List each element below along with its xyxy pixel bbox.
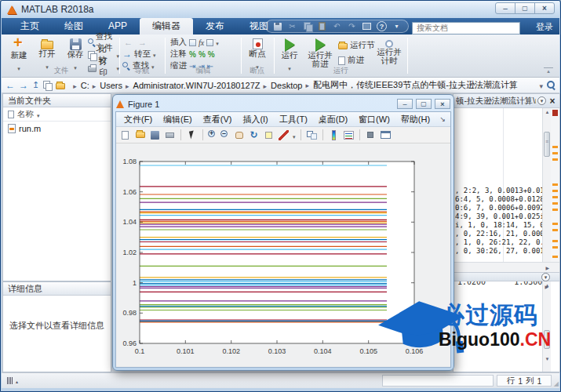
- menu-desktop[interactable]: 桌面(D): [313, 114, 353, 125]
- collapse-ribbon-icon[interactable]: ▴: [544, 67, 553, 74]
- tab-editor[interactable]: 编辑器: [140, 18, 193, 34]
- link-plot-icon[interactable]: [306, 129, 318, 141]
- forward-icon[interactable]: →: [19, 81, 28, 90]
- editor-menu-icon[interactable]: [537, 96, 546, 105]
- tab-plots[interactable]: 绘图: [52, 18, 96, 34]
- insert-block-icon[interactable]: [206, 39, 213, 46]
- uncomment-icon[interactable]: %: [199, 50, 206, 59]
- current-folder-header[interactable]: 当前文件夹: [3, 94, 111, 107]
- show-plot-tools-icon[interactable]: [380, 129, 392, 141]
- warning-mark-icon[interactable]: [552, 158, 558, 161]
- file-row-run-m[interactable]: run.m: [3, 122, 111, 133]
- run-section-button[interactable]: 运行节: [338, 41, 375, 50]
- doc-search-input[interactable]: [412, 22, 520, 34]
- editor-hscrollbar[interactable]: ▶: [454, 262, 559, 272]
- new-figure-icon[interactable]: [119, 129, 131, 141]
- insert-colorbar-icon[interactable]: [328, 129, 340, 141]
- back-forward-icons[interactable]: ← →: [124, 38, 148, 47]
- warning-mark-icon[interactable]: [552, 190, 558, 192]
- print-figure-icon[interactable]: [164, 129, 176, 141]
- warning-mark-icon[interactable]: [552, 152, 558, 154]
- brush-icon[interactable]: [278, 129, 290, 141]
- tab-home[interactable]: 主页: [8, 18, 52, 34]
- run-and-advance-button[interactable]: 运行并 前进: [305, 37, 335, 68]
- warning-mark-icon[interactable]: [552, 183, 558, 186]
- comment-icon[interactable]: %: [189, 50, 196, 59]
- brush-dropdown-icon[interactable]: [293, 128, 296, 142]
- warning-mark-icon[interactable]: [552, 229, 558, 231]
- folder-search-icon[interactable]: [547, 81, 556, 89]
- redo-icon[interactable]: [347, 21, 357, 31]
- save-icon[interactable]: [272, 21, 282, 31]
- editor-scrollbar[interactable]: ▲: [542, 108, 551, 262]
- warning-mark-icon[interactable]: [552, 256, 558, 258]
- zoom-out-icon[interactable]: [220, 130, 230, 140]
- warning-mark-icon[interactable]: [552, 223, 558, 225]
- breadcrumb-segment[interactable]: C:: [71, 81, 91, 90]
- warning-mark-icon[interactable]: [552, 146, 558, 148]
- wrap-comment-icon[interactable]: %: [208, 50, 215, 59]
- breadcrumb-segment[interactable]: Users: [91, 81, 124, 90]
- breadcrumb-segment[interactable]: Desktop: [262, 81, 304, 90]
- menu-window[interactable]: 窗口(W): [353, 114, 395, 125]
- panel-menu-icon[interactable]: [541, 273, 550, 281]
- resize-grip[interactable]: ◢: [554, 380, 559, 387]
- maximize-button[interactable]: [515, 2, 535, 14]
- menu-file[interactable]: 文件(F): [118, 114, 158, 125]
- menu-view[interactable]: 查看(V): [198, 114, 238, 125]
- figure-window[interactable]: Figure 1 文件(F) 编辑(E) 查看(V) 插入(I) 工具(T) 桌…: [112, 94, 454, 371]
- help-icon[interactable]: [377, 21, 387, 31]
- editor-code-area[interactable]: , 2:2, 3, 0.0013+0.0151i, 6:4, 5, 0.0008…: [454, 108, 559, 262]
- command-window[interactable]: 1.0200 1.0300 ▲ ▼ ▶: [454, 281, 559, 372]
- browse-folder-icon[interactable]: [43, 81, 52, 89]
- rotate-3d-icon[interactable]: [248, 129, 260, 141]
- up-one-level-icon[interactable]: ↥: [32, 80, 39, 90]
- status-activity-icon[interactable]: ▴: [7, 377, 18, 384]
- menu-help[interactable]: 帮助(H): [395, 114, 435, 125]
- address-dropdown-icon[interactable]: [539, 81, 543, 90]
- run-and-time-button[interactable]: 运行并 计时: [374, 37, 404, 65]
- warning-mark-icon[interactable]: [552, 202, 558, 205]
- advance-button[interactable]: 前进: [338, 56, 375, 65]
- goto-button[interactable]: 转至: [122, 49, 156, 59]
- editor-close-icon[interactable]: [548, 96, 557, 106]
- figure-close-button[interactable]: [435, 99, 450, 109]
- breadcrumb-segment[interactable]: 配电网中，传统IEEE39节点的牛顿-拉夫逊法潮流计算: [304, 79, 519, 91]
- menu-edit[interactable]: 编辑(E): [158, 114, 198, 125]
- switch-window-icon[interactable]: [362, 21, 372, 31]
- paste-icon[interactable]: [317, 21, 327, 31]
- insert-legend-icon[interactable]: [343, 129, 355, 141]
- warning-mark-icon[interactable]: [552, 240, 558, 242]
- dock-figure-icon[interactable]: [439, 115, 450, 123]
- warning-mark-icon[interactable]: [552, 209, 558, 211]
- warning-mark-icon[interactable]: [552, 246, 558, 249]
- pointer-icon[interactable]: [186, 129, 198, 141]
- editor-splitter[interactable]: [454, 272, 559, 281]
- back-icon[interactable]: ←: [5, 81, 15, 90]
- editor-tab-title[interactable]: 顿-拉夫逊法潮流计算\ru...: [456, 96, 536, 107]
- breadcrumb-segment[interactable]: Administrator.WIN7U-20180127Z: [124, 81, 262, 90]
- copy-icon[interactable]: [302, 21, 312, 31]
- comment-row[interactable]: 注释 % % %: [170, 49, 215, 59]
- name-column-header[interactable]: 名称: [3, 107, 111, 122]
- save-figure-icon[interactable]: [149, 129, 161, 141]
- minimize-button[interactable]: [495, 2, 515, 14]
- undo-icon[interactable]: [332, 21, 342, 31]
- insert-row[interactable]: 插入 fx: [170, 38, 219, 47]
- data-cursor-icon[interactable]: [263, 129, 275, 141]
- editor-scroll-thumb[interactable]: [544, 132, 550, 157]
- zoom-in-icon[interactable]: [208, 130, 217, 140]
- menu-insert[interactable]: 插入(I): [237, 114, 273, 125]
- qat-dropdown-icon[interactable]: [392, 21, 402, 31]
- open-file-icon[interactable]: [134, 129, 146, 141]
- hide-plot-tools-icon[interactable]: [365, 129, 377, 141]
- figure-maximize-button[interactable]: [416, 99, 432, 109]
- figure-titlebar[interactable]: Figure 1: [116, 96, 450, 111]
- cut-icon[interactable]: [287, 21, 297, 31]
- details-header[interactable]: 详细信息: [3, 282, 111, 296]
- warning-mark-icon[interactable]: [552, 196, 558, 198]
- close-button[interactable]: [534, 2, 555, 14]
- pan-icon[interactable]: [233, 129, 245, 141]
- scroll-right-icon[interactable]: ▶: [545, 265, 549, 270]
- menu-tools[interactable]: 工具(T): [274, 114, 313, 125]
